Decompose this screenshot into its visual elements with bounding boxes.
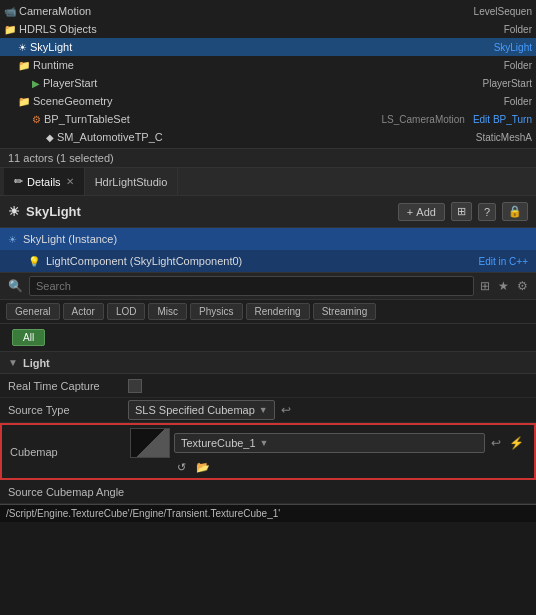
- tabs-bar: ✏ Details ✕ HdrLightStudio: [0, 168, 536, 196]
- playerstart-icon: ▶: [32, 78, 40, 89]
- folder-icon: 📁: [18, 96, 30, 107]
- star-icon[interactable]: ★: [496, 277, 511, 295]
- tree-label: SkyLight: [30, 41, 486, 53]
- source-cubemap-angle-label: Source Cubemap Angle: [8, 486, 128, 498]
- tree-item-bpturn[interactable]: ⚙ BP_TurnTableSet LS_CameraMotion Edit B…: [0, 110, 536, 128]
- cat-physics[interactable]: Physics: [190, 303, 242, 320]
- component-header: ☀ SkyLight + Add ⊞ ? 🔒: [0, 196, 536, 228]
- cubemap-value: TextureCube_1 ▼ ↩ ⚡ ↺ 📂: [130, 428, 526, 475]
- component-label: SkyLight (Instance): [23, 233, 117, 245]
- component-label: LightComponent (SkyLightComponent0): [46, 255, 242, 267]
- sourcetype-label: Source Type: [8, 404, 128, 416]
- component-title: ☀ SkyLight: [8, 204, 81, 219]
- tree-right-label: Edit BP_Turn: [465, 114, 532, 125]
- tree-item-hdrls[interactable]: 📁 HDRLS Objects Folder: [0, 20, 536, 38]
- layout-button[interactable]: ⊞: [451, 202, 472, 221]
- cubemap-advanced-button[interactable]: ⚡: [507, 436, 526, 450]
- prop-source-type: Source Type SLS Specified Cubemap ▼ ↩: [0, 398, 536, 423]
- all-button[interactable]: All: [12, 329, 45, 346]
- cubemap-folder-button[interactable]: 📂: [193, 460, 213, 475]
- cat-general[interactable]: General: [6, 303, 60, 320]
- cubemap-label: Cubemap: [10, 446, 130, 458]
- cubemap-dropdown[interactable]: TextureCube_1 ▼: [174, 433, 485, 453]
- cat-rendering[interactable]: Rendering: [246, 303, 310, 320]
- tree-right-label: Folder: [496, 96, 532, 107]
- details-panel: ☀ SkyLight + Add ⊞ ? 🔒 ☀ SkyLight (Insta…: [0, 196, 536, 504]
- component-row-skylight[interactable]: ☀ SkyLight (Instance): [0, 228, 536, 250]
- sourcetype-value: SLS Specified Cubemap ▼ ↩: [128, 400, 528, 420]
- cubemap-dropdown-area: TextureCube_1 ▼: [174, 433, 485, 453]
- cubemap-refresh-button[interactable]: ↺: [174, 460, 189, 475]
- tree-label: SM_AutomotiveTP_C: [57, 131, 468, 143]
- section-light-title: Light: [23, 357, 50, 369]
- prop-source-cubemap-angle: Source Cubemap Angle: [0, 480, 536, 504]
- camera-icon: 📹: [4, 6, 16, 17]
- tree-right-label: SkyLight: [486, 42, 532, 53]
- tree-right-label: Folder: [496, 24, 532, 35]
- component-row-lightcomp[interactable]: 💡 LightComponent (SkyLightComponent0) Ed…: [0, 250, 536, 272]
- actors-count: 11 actors (1 selected): [8, 152, 114, 164]
- section-light-header[interactable]: ▼ Light: [0, 352, 536, 374]
- cubemap-reset-button[interactable]: ↩: [489, 436, 503, 450]
- tree-right-label: LevelSequen: [466, 6, 532, 17]
- mesh-icon: ◆: [46, 132, 54, 143]
- tree-item-sm[interactable]: ◆ SM_AutomotiveTP_C StaticMeshA: [0, 128, 536, 146]
- tree-center-label: LS_CameraMotion: [382, 114, 465, 125]
- tree-label: Runtime: [33, 59, 496, 71]
- tab-close-icon[interactable]: ✕: [66, 176, 74, 187]
- cat-actor[interactable]: Actor: [63, 303, 104, 320]
- settings-icon[interactable]: ⚙: [515, 277, 530, 295]
- cubemap-preview-thumbnail: [130, 428, 170, 458]
- tree-right-label: StaticMeshA: [468, 132, 532, 143]
- tree-item-skylight[interactable]: ☀ SkyLight SkyLight: [0, 38, 536, 56]
- component-actions: + Add ⊞ ? 🔒: [398, 202, 528, 221]
- tree-item-runtime[interactable]: 📁 Runtime Folder: [0, 56, 536, 74]
- collapse-arrow-icon: ▼: [8, 357, 18, 368]
- cubemap-dropdown-value: TextureCube_1: [181, 437, 256, 449]
- tree-right-label: Folder: [496, 60, 532, 71]
- add-button[interactable]: + Add: [398, 203, 445, 221]
- path-bar-text: /Script/Engine.TextureCube'/Engine/Trans…: [6, 508, 280, 519]
- search-input[interactable]: [29, 276, 474, 296]
- tree-item-scenegeometry[interactable]: 📁 SceneGeometry Folder: [0, 92, 536, 110]
- cat-lod[interactable]: LOD: [107, 303, 146, 320]
- tree-label: CameraMotion: [19, 5, 466, 17]
- blueprint-icon: ⚙: [32, 114, 41, 125]
- lightcomp-icon: 💡: [28, 256, 40, 267]
- skylight-header-icon: ☀: [8, 204, 20, 219]
- realtime-value: [128, 379, 528, 393]
- cat-streaming[interactable]: Streaming: [313, 303, 377, 320]
- search-icon: 🔍: [6, 277, 25, 295]
- skylight-icon: ☀: [18, 42, 27, 53]
- tree-label: HDRLS Objects: [19, 23, 496, 35]
- plus-icon: +: [407, 206, 413, 218]
- skylight-comp-icon: ☀: [8, 234, 17, 245]
- cubemap-dropdown-arrow-icon: ▼: [260, 438, 269, 448]
- sourcetype-dropdown-value: SLS Specified Cubemap: [135, 404, 255, 416]
- tab-hdrlightstudio-label: HdrLightStudio: [95, 176, 168, 188]
- tree-right-label: PlayerStart: [475, 78, 532, 89]
- cat-misc[interactable]: Misc: [148, 303, 187, 320]
- realtime-label: Real Time Capture: [8, 380, 128, 392]
- sourcetype-reset-button[interactable]: ↩: [279, 403, 293, 417]
- tab-hdrlightstudio[interactable]: HdrLightStudio: [85, 168, 179, 195]
- prop-realtime-capture: Real Time Capture: [0, 374, 536, 398]
- add-label: Add: [416, 206, 436, 218]
- tab-details[interactable]: ✏ Details ✕: [4, 168, 85, 195]
- grid-icon[interactable]: ⊞: [478, 277, 492, 295]
- component-list: ☀ SkyLight (Instance) 💡 LightComponent (…: [0, 228, 536, 273]
- tree-label: BP_TurnTableSet: [44, 113, 374, 125]
- tree-item-playerstart[interactable]: ▶ PlayerStart PlayerStart: [0, 74, 536, 92]
- scene-outline: 📹 CameraMotion LevelSequen 📁 HDRLS Objec…: [0, 0, 536, 149]
- cubemap-action-buttons: ↺ 📂: [130, 460, 213, 475]
- help-button[interactable]: ?: [478, 203, 496, 221]
- edit-cpp-link[interactable]: Edit in C++: [479, 256, 528, 267]
- sourcetype-dropdown[interactable]: SLS Specified Cubemap ▼: [128, 400, 275, 420]
- lock-button[interactable]: 🔒: [502, 202, 528, 221]
- realtime-checkbox[interactable]: [128, 379, 142, 393]
- dropdown-arrow-icon: ▼: [259, 405, 268, 415]
- search-bar: 🔍 ⊞ ★ ⚙: [0, 273, 536, 300]
- tree-label: PlayerStart: [43, 77, 475, 89]
- tree-item-cameramotion[interactable]: 📹 CameraMotion LevelSequen: [0, 2, 536, 20]
- folder-icon: 📁: [4, 24, 16, 35]
